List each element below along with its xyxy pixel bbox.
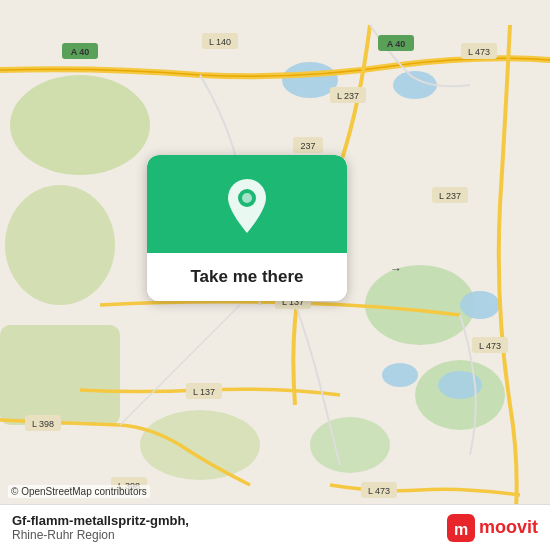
svg-text:A 40: A 40 — [71, 47, 90, 57]
svg-text:→: → — [390, 262, 402, 276]
map-container: A 40 A 40 L 140 L 237 237 L 473 L 237 L … — [0, 0, 550, 550]
svg-text:L 473: L 473 — [468, 47, 490, 57]
svg-text:L 473: L 473 — [368, 486, 390, 496]
svg-point-12 — [382, 363, 418, 387]
svg-text:m: m — [454, 521, 468, 538]
moovit-text: moovit — [479, 517, 538, 538]
pin-area — [147, 155, 347, 253]
svg-text:L 140: L 140 — [209, 37, 231, 47]
svg-text:L 137: L 137 — [193, 387, 215, 397]
bottom-bar: Gf-flamm-metallspritz-gmbh, Rhine-Ruhr R… — [0, 504, 550, 550]
cta-card: Take me there — [147, 155, 347, 301]
svg-point-10 — [460, 291, 500, 319]
take-me-there-button[interactable]: Take me there — [147, 253, 347, 301]
svg-text:237: 237 — [300, 141, 315, 151]
svg-point-2 — [5, 185, 115, 305]
svg-point-6 — [140, 410, 260, 480]
map-attribution: © OpenStreetMap contributors — [8, 485, 150, 498]
svg-point-4 — [365, 265, 475, 345]
place-info: Gf-flamm-metallspritz-gmbh, Rhine-Ruhr R… — [12, 513, 189, 542]
place-name: Gf-flamm-metallspritz-gmbh, — [12, 513, 189, 528]
svg-point-7 — [310, 417, 390, 473]
moovit-icon: m — [447, 514, 475, 542]
svg-text:L 237: L 237 — [439, 191, 461, 201]
location-pin-icon — [223, 177, 271, 235]
svg-text:L 398: L 398 — [32, 419, 54, 429]
place-region: Rhine-Ruhr Region — [12, 528, 189, 542]
moovit-logo: m moovit — [447, 514, 538, 542]
svg-point-41 — [242, 193, 252, 203]
svg-rect-3 — [0, 325, 120, 425]
svg-point-1 — [10, 75, 150, 175]
svg-point-8 — [282, 62, 338, 98]
svg-text:L 237: L 237 — [337, 91, 359, 101]
svg-text:A 40: A 40 — [387, 39, 406, 49]
svg-text:L 473: L 473 — [479, 341, 501, 351]
